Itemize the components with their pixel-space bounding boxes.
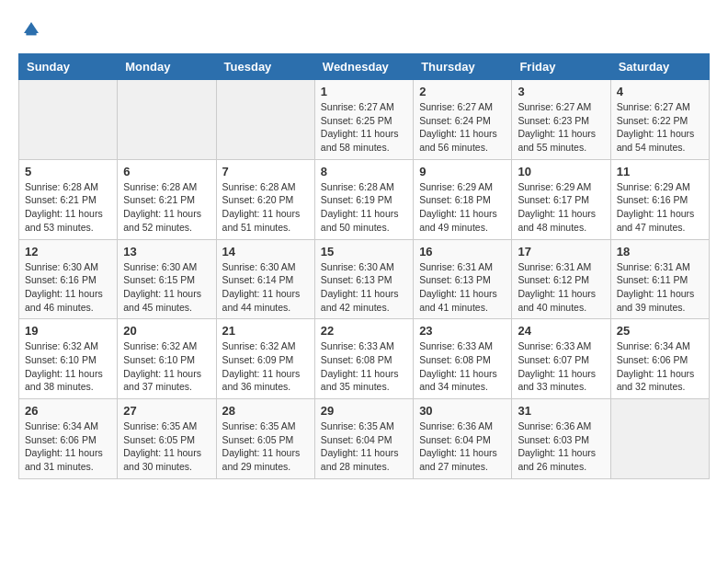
day-info: Sunrise: 6:30 AM Sunset: 6:15 PM Dayligh… — [123, 260, 210, 315]
calendar-cell — [118, 80, 216, 160]
day-number: 3 — [518, 85, 604, 98]
calendar-cell: 26Sunrise: 6:34 AM Sunset: 6:06 PM Dayli… — [19, 399, 118, 479]
day-number: 2 — [419, 85, 506, 98]
calendar-cell: 25Sunrise: 6:34 AM Sunset: 6:06 PM Dayli… — [610, 319, 709, 399]
day-number: 24 — [518, 324, 604, 338]
day-number: 11 — [617, 165, 703, 178]
weekday-header-thursday: Thursday — [414, 54, 512, 80]
calendar-cell: 8Sunrise: 6:28 AM Sunset: 6:19 PM Daylig… — [314, 159, 413, 239]
calendar-week-row: 12Sunrise: 6:30 AM Sunset: 6:16 PM Dayli… — [19, 239, 710, 319]
day-info: Sunrise: 6:35 AM Sunset: 6:04 PM Dayligh… — [321, 419, 407, 474]
calendar-cell: 29Sunrise: 6:35 AM Sunset: 6:04 PM Dayli… — [314, 399, 413, 479]
day-info: Sunrise: 6:32 AM Sunset: 6:10 PM Dayligh… — [123, 339, 210, 394]
svg-marker-0 — [24, 22, 39, 33]
day-number: 23 — [419, 324, 506, 338]
day-number: 12 — [25, 245, 111, 259]
logo-icon — [20, 18, 42, 40]
day-info: Sunrise: 6:34 AM Sunset: 6:06 PM Dayligh… — [617, 339, 703, 394]
day-info: Sunrise: 6:27 AM Sunset: 6:23 PM Dayligh… — [518, 100, 604, 155]
day-info: Sunrise: 6:33 AM Sunset: 6:07 PM Dayligh… — [518, 339, 604, 394]
day-info: Sunrise: 6:34 AM Sunset: 6:06 PM Dayligh… — [25, 419, 111, 474]
calendar-cell: 16Sunrise: 6:31 AM Sunset: 6:13 PM Dayli… — [414, 239, 512, 319]
day-info: Sunrise: 6:35 AM Sunset: 6:05 PM Dayligh… — [123, 419, 210, 474]
calendar-cell: 7Sunrise: 6:28 AM Sunset: 6:20 PM Daylig… — [216, 159, 314, 239]
day-number: 27 — [123, 404, 210, 418]
day-number: 18 — [617, 245, 703, 259]
day-info: Sunrise: 6:27 AM Sunset: 6:24 PM Dayligh… — [419, 100, 506, 155]
calendar-cell: 10Sunrise: 6:29 AM Sunset: 6:17 PM Dayli… — [512, 159, 610, 239]
calendar-cell: 31Sunrise: 6:36 AM Sunset: 6:03 PM Dayli… — [512, 399, 610, 479]
day-number: 8 — [321, 165, 407, 178]
calendar-cell: 30Sunrise: 6:36 AM Sunset: 6:04 PM Dayli… — [414, 399, 512, 479]
day-info: Sunrise: 6:31 AM Sunset: 6:12 PM Dayligh… — [518, 260, 604, 315]
calendar-cell: 6Sunrise: 6:28 AM Sunset: 6:21 PM Daylig… — [118, 159, 216, 239]
calendar-cell: 14Sunrise: 6:30 AM Sunset: 6:14 PM Dayli… — [216, 239, 314, 319]
day-info: Sunrise: 6:29 AM Sunset: 6:18 PM Dayligh… — [419, 180, 506, 235]
calendar-cell: 27Sunrise: 6:35 AM Sunset: 6:05 PM Dayli… — [118, 399, 216, 479]
weekday-header-saturday: Saturday — [610, 54, 709, 80]
calendar-cell: 5Sunrise: 6:28 AM Sunset: 6:21 PM Daylig… — [19, 159, 118, 239]
day-info: Sunrise: 6:30 AM Sunset: 6:14 PM Dayligh… — [222, 260, 309, 315]
day-number: 25 — [617, 324, 703, 338]
page-header — [18, 18, 710, 44]
calendar-cell: 18Sunrise: 6:31 AM Sunset: 6:11 PM Dayli… — [610, 239, 709, 319]
day-number: 17 — [518, 245, 604, 259]
day-number: 30 — [419, 404, 506, 418]
weekday-header-monday: Monday — [118, 54, 216, 80]
calendar-week-row: 26Sunrise: 6:34 AM Sunset: 6:06 PM Dayli… — [19, 399, 710, 479]
day-number: 7 — [222, 165, 309, 178]
day-number: 20 — [123, 324, 210, 338]
calendar-week-row: 19Sunrise: 6:32 AM Sunset: 6:10 PM Dayli… — [19, 319, 710, 399]
calendar-week-row: 5Sunrise: 6:28 AM Sunset: 6:21 PM Daylig… — [19, 159, 710, 239]
day-number: 1 — [321, 85, 407, 98]
calendar-cell — [216, 80, 314, 160]
calendar-cell: 22Sunrise: 6:33 AM Sunset: 6:08 PM Dayli… — [314, 319, 413, 399]
calendar-cell: 15Sunrise: 6:30 AM Sunset: 6:13 PM Dayli… — [314, 239, 413, 319]
day-number: 14 — [222, 245, 309, 259]
calendar-cell — [19, 80, 118, 160]
day-info: Sunrise: 6:36 AM Sunset: 6:04 PM Dayligh… — [419, 419, 506, 474]
day-info: Sunrise: 6:28 AM Sunset: 6:21 PM Dayligh… — [25, 180, 111, 235]
day-number: 5 — [25, 165, 111, 178]
day-info: Sunrise: 6:31 AM Sunset: 6:11 PM Dayligh… — [617, 260, 703, 315]
day-info: Sunrise: 6:28 AM Sunset: 6:21 PM Dayligh… — [123, 180, 210, 235]
day-number: 4 — [617, 85, 703, 98]
day-info: Sunrise: 6:29 AM Sunset: 6:17 PM Dayligh… — [518, 180, 604, 235]
day-number: 21 — [222, 324, 309, 338]
day-info: Sunrise: 6:35 AM Sunset: 6:05 PM Dayligh… — [222, 419, 309, 474]
day-info: Sunrise: 6:30 AM Sunset: 6:13 PM Dayligh… — [321, 260, 407, 315]
day-number: 29 — [321, 404, 407, 418]
day-number: 13 — [123, 245, 210, 259]
day-info: Sunrise: 6:32 AM Sunset: 6:09 PM Dayligh… — [222, 339, 309, 394]
calendar-cell: 17Sunrise: 6:31 AM Sunset: 6:12 PM Dayli… — [512, 239, 610, 319]
day-number: 16 — [419, 245, 506, 259]
calendar-cell: 12Sunrise: 6:30 AM Sunset: 6:16 PM Dayli… — [19, 239, 118, 319]
weekday-header-row: SundayMondayTuesdayWednesdayThursdayFrid… — [19, 54, 710, 80]
calendar-cell: 21Sunrise: 6:32 AM Sunset: 6:09 PM Dayli… — [216, 319, 314, 399]
day-info: Sunrise: 6:30 AM Sunset: 6:16 PM Dayligh… — [25, 260, 111, 315]
calendar-cell: 2Sunrise: 6:27 AM Sunset: 6:24 PM Daylig… — [414, 80, 512, 160]
weekday-header-sunday: Sunday — [19, 54, 118, 80]
calendar-cell: 20Sunrise: 6:32 AM Sunset: 6:10 PM Dayli… — [118, 319, 216, 399]
day-info: Sunrise: 6:28 AM Sunset: 6:20 PM Dayligh… — [222, 180, 309, 235]
day-info: Sunrise: 6:27 AM Sunset: 6:25 PM Dayligh… — [321, 100, 407, 155]
day-info: Sunrise: 6:28 AM Sunset: 6:19 PM Dayligh… — [321, 180, 407, 235]
calendar-cell: 24Sunrise: 6:33 AM Sunset: 6:07 PM Dayli… — [512, 319, 610, 399]
calendar-cell: 13Sunrise: 6:30 AM Sunset: 6:15 PM Dayli… — [118, 239, 216, 319]
day-info: Sunrise: 6:27 AM Sunset: 6:22 PM Dayligh… — [617, 100, 703, 155]
calendar-week-row: 1Sunrise: 6:27 AM Sunset: 6:25 PM Daylig… — [19, 80, 710, 160]
calendar-cell — [610, 399, 709, 479]
calendar-cell: 23Sunrise: 6:33 AM Sunset: 6:08 PM Dayli… — [414, 319, 512, 399]
weekday-header-friday: Friday — [512, 54, 610, 80]
day-number: 6 — [123, 165, 210, 178]
day-info: Sunrise: 6:29 AM Sunset: 6:16 PM Dayligh… — [617, 180, 703, 235]
day-number: 9 — [419, 165, 506, 178]
day-info: Sunrise: 6:33 AM Sunset: 6:08 PM Dayligh… — [321, 339, 407, 394]
day-info: Sunrise: 6:31 AM Sunset: 6:13 PM Dayligh… — [419, 260, 506, 315]
day-number: 22 — [321, 324, 407, 338]
weekday-header-wednesday: Wednesday — [314, 54, 413, 80]
calendar-cell: 11Sunrise: 6:29 AM Sunset: 6:16 PM Dayli… — [610, 159, 709, 239]
svg-rect-1 — [26, 33, 36, 35]
day-number: 19 — [25, 324, 111, 338]
calendar-cell: 3Sunrise: 6:27 AM Sunset: 6:23 PM Daylig… — [512, 80, 610, 160]
